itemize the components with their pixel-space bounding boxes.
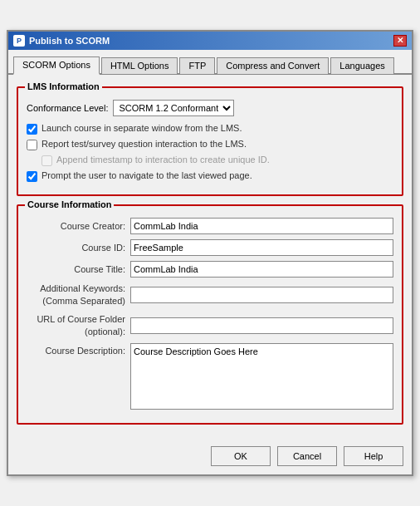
publish-scorm-window: P Publish to SCORM ✕ SCORM Options HTML …	[7, 30, 413, 477]
url-input[interactable]	[130, 317, 393, 334]
prompt-user-checkbox-row: Prompt the user to navigate to the last …	[27, 170, 393, 182]
title-bar-left: P Publish to SCORM	[13, 35, 110, 47]
keywords-label: Additional Keywords: (Comma Separated)	[27, 282, 130, 308]
description-row: Course Description: Course Description G…	[27, 343, 393, 410]
launch-course-label: Launch course in separate window from th…	[42, 123, 242, 133]
help-button[interactable]: Help	[344, 446, 403, 466]
close-button[interactable]: ✕	[393, 35, 407, 47]
launch-course-checkbox-row: Launch course in separate window from th…	[27, 123, 393, 135]
prompt-user-label: Prompt the user to navigate to the last …	[42, 170, 252, 180]
window-title: Publish to SCORM	[29, 36, 110, 46]
window-icon: P	[13, 35, 25, 47]
conformance-label: Conformance Level:	[27, 103, 108, 113]
report-test-label: Report test/survey question interaction …	[42, 139, 247, 149]
course-title-row: Course Title:	[27, 261, 393, 278]
append-timestamp-checkbox[interactable]	[42, 155, 52, 166]
launch-course-checkbox[interactable]	[27, 124, 37, 135]
tabs-bar: SCORM Options HTML Options FTP Compress …	[8, 50, 412, 75]
cancel-button[interactable]: Cancel	[277, 446, 337, 466]
report-test-checkbox[interactable]	[27, 140, 37, 150]
course-group: Course Information Course Creator: Cours…	[17, 204, 403, 425]
course-group-title: Course Information	[25, 199, 114, 209]
url-label: URL of Course Folder (optional):	[27, 313, 130, 339]
append-timestamp-checkbox-row: Append timestamp to interaction to creat…	[27, 155, 393, 166]
keywords-row: Additional Keywords: (Comma Separated)	[27, 282, 393, 308]
course-creator-input[interactable]	[130, 218, 393, 234]
append-timestamp-label: Append timestamp to interaction to creat…	[56, 155, 270, 165]
tab-compress-convert[interactable]: Compress and Convert	[217, 57, 329, 74]
course-id-input[interactable]	[130, 239, 393, 256]
ok-button[interactable]: OK	[211, 446, 271, 466]
conformance-select[interactable]: SCORM 1.2 Conformant SCORM 2004 AICC	[113, 100, 234, 116]
keywords-input[interactable]	[130, 287, 393, 303]
tab-languages[interactable]: Languages	[330, 57, 393, 74]
course-title-label: Course Title:	[27, 264, 130, 274]
course-form: Course Creator: Course ID: Course Title:…	[27, 218, 393, 410]
footer: OK Cancel Help	[8, 441, 412, 474]
course-creator-label: Course Creator:	[27, 221, 130, 231]
prompt-user-checkbox[interactable]	[27, 171, 37, 182]
conformance-select-wrapper: SCORM 1.2 Conformant SCORM 2004 AICC	[113, 100, 234, 116]
description-textarea[interactable]: Course Description Goes Here	[130, 343, 393, 410]
title-bar: P Publish to SCORM ✕	[8, 32, 412, 50]
report-test-checkbox-row: Report test/survey question interaction …	[27, 139, 393, 150]
url-row: URL of Course Folder (optional):	[27, 313, 393, 339]
conformance-row: Conformance Level: SCORM 1.2 Conformant …	[27, 100, 393, 116]
course-id-row: Course ID:	[27, 239, 393, 256]
description-label: Course Description:	[27, 343, 130, 357]
lms-group-title: LMS Information	[25, 81, 102, 91]
tab-scorm-options[interactable]: SCORM Options	[13, 56, 100, 75]
course-id-label: Course ID:	[27, 243, 130, 253]
course-creator-row: Course Creator:	[27, 218, 393, 234]
main-content: LMS Information Conformance Level: SCORM…	[8, 75, 412, 442]
lms-group: LMS Information Conformance Level: SCORM…	[17, 86, 403, 196]
course-title-input[interactable]	[130, 261, 393, 278]
tab-ftp[interactable]: FTP	[179, 57, 215, 74]
tab-html-options[interactable]: HTML Options	[101, 57, 178, 74]
